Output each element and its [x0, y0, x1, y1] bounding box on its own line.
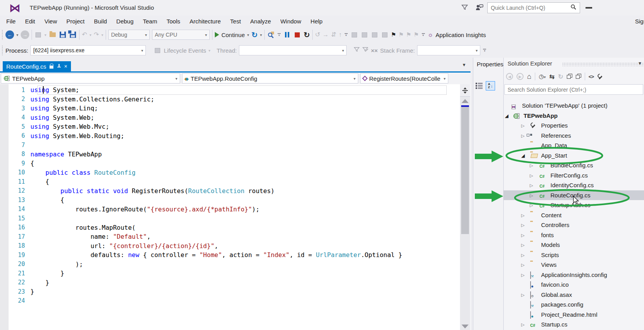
tree-item-app-data[interactable]: App_Data — [504, 140, 644, 151]
expander-collapsed-icon[interactable]: ▷ — [521, 213, 524, 218]
code-editor[interactable]: 1using System;2using System.Collections.… — [0, 84, 471, 330]
collapse-all-icon[interactable] — [567, 74, 572, 79]
process-combo[interactable]: [6224] iisexpress.exe▾ — [30, 45, 146, 55]
tree-item-fonts[interactable]: ▷fonts — [504, 230, 644, 240]
expander-collapsed-icon[interactable]: ▷ — [521, 272, 524, 278]
tree-item-filterconfig-cs[interactable]: ▷C#FilterConfig.cs — [504, 170, 644, 181]
code-line-4[interactable]: 4using System.Web; — [0, 113, 460, 122]
menu-item-build[interactable]: Build — [89, 16, 111, 26]
expander-collapsed-icon[interactable]: ▷ — [521, 252, 524, 258]
thread-combo[interactable]: ▾ — [239, 45, 347, 55]
close-icon[interactable]: × — [64, 63, 67, 69]
code-line-19[interactable]: 19 defaults: new { controller = "Home", … — [0, 250, 460, 260]
watch-window-icon[interactable] — [382, 32, 387, 37]
tree-item-global-asax[interactable]: ▷⚙Global.asax — [504, 290, 644, 300]
code-line-24[interactable]: 24 — [0, 296, 460, 306]
menu-item-tools[interactable]: Tools — [162, 16, 185, 26]
alphabetical-sort-icon[interactable]: AZ↓ — [486, 81, 495, 90]
expander-collapsed-icon[interactable]: ▷ — [530, 183, 533, 188]
tree-item-routeconfig-cs[interactable]: ▷C#RouteConfig.cs — [504, 190, 644, 200]
save-all-icon[interactable] — [70, 32, 76, 38]
code-line-17[interactable]: 17 name: "Default", — [0, 232, 460, 241]
solution-explorer-search-input[interactable]: Search Solution Explorer (Ctrl+;) — [504, 84, 643, 95]
code-line-3[interactable]: 3using System.Linq; — [0, 104, 460, 113]
code-line-22[interactable]: 22 } — [0, 278, 460, 287]
expander-collapsed-icon[interactable]: ▷ — [521, 292, 524, 298]
refresh-dropdown-icon[interactable]: ▾ — [260, 33, 262, 37]
lifecycle-events-icon[interactable] — [155, 48, 160, 53]
stack-frame-combo[interactable]: ▾ — [417, 45, 480, 55]
sync-with-active-document-icon[interactable]: ⇆ — [549, 73, 554, 80]
code-line-1[interactable]: 1using System; — [0, 85, 460, 95]
next-bookmark-icon[interactable]: ⚑ — [406, 31, 411, 38]
code-line-5[interactable]: 5using System.Web.Mvc; — [0, 122, 460, 131]
code-line-21[interactable]: 21 } — [0, 269, 460, 278]
tree-item-bundleconfig-cs[interactable]: ▷C#BundleConfig.cs — [504, 160, 644, 170]
bookmark-overflow-icon[interactable]: ▾ — [421, 33, 425, 37]
open-file-icon[interactable] — [50, 32, 56, 37]
tree-item-applicationinsights-config[interactable]: ▷⚒ApplicationInsights.config — [504, 270, 644, 280]
menu-item-architecture[interactable]: Architecture — [185, 16, 225, 26]
toggle-bookmark-icon[interactable]: ⚑ — [391, 31, 396, 38]
menu-item-window[interactable]: Window — [276, 16, 306, 26]
menu-item-debug[interactable]: Debug — [111, 16, 138, 26]
pin-icon[interactable] — [57, 64, 61, 69]
undo-icon[interactable]: ↶ — [82, 32, 87, 38]
navigate-backward-button[interactable]: ← — [5, 30, 14, 39]
expander-collapsed-icon[interactable]: ▷ — [521, 322, 524, 327]
redo-icon[interactable]: ↷ — [94, 32, 99, 38]
find-in-files-icon[interactable] — [267, 30, 275, 39]
tree-item-models[interactable]: ▷Models — [504, 240, 644, 250]
code-line-12[interactable]: 12 public static void RegisterRoutes(Rou… — [0, 186, 460, 196]
code-line-11[interactable]: 11 { — [0, 177, 460, 186]
menu-item-test[interactable]: Test — [225, 16, 246, 26]
tree-item-references[interactable]: ▷References — [504, 131, 644, 141]
properties-icon[interactable] — [597, 74, 603, 80]
toolbar-overflow-icon[interactable]: ▾ — [277, 33, 281, 37]
tree-item-identityconfig-cs[interactable]: ▷C#IdentityConfig.cs — [504, 180, 644, 190]
tree-item-properties[interactable]: ▷Properties — [504, 121, 644, 131]
expander-collapsed-icon[interactable]: ▷ — [521, 133, 524, 138]
feedback-filter-icon[interactable] — [461, 4, 468, 12]
menu-item-team[interactable]: Team — [138, 16, 162, 26]
expander-expanded-icon[interactable]: ◢ — [505, 113, 508, 119]
clear-bookmarks-icon[interactable]: ⚑ — [414, 31, 419, 38]
flag-threads-icon[interactable] — [354, 46, 360, 54]
solution-configurations-combo[interactable]: Debug▾ — [108, 30, 150, 40]
tree-item-views[interactable]: ▷Views — [504, 260, 644, 270]
tab-routeconfig[interactable]: RouteConfig.cs × — [3, 61, 71, 71]
code-line-23[interactable]: 23} — [0, 287, 460, 296]
expander-collapsed-icon[interactable]: ▷ — [521, 242, 524, 248]
active-files-dropdown-icon[interactable]: ▼ — [462, 62, 466, 67]
step-into-icon[interactable]: → — [322, 32, 329, 38]
type-dropdown[interactable]: TEPwebApp.RouteConfig ▾ — [182, 73, 358, 83]
editor-scrollbar[interactable] — [460, 84, 470, 330]
tree-item-content[interactable]: ▷Content — [504, 210, 644, 220]
project-dropdown[interactable]: TEPwebApp ▾ — [1, 73, 180, 83]
back-icon[interactable]: ◀ — [506, 73, 513, 80]
tree-item-solution-tepwebapp-1-project[interactable]: ⋈Solution 'TEPwebApp' (1 project) — [504, 101, 644, 111]
code-line-10[interactable]: 10 public class RouteConfig — [0, 168, 460, 177]
code-line-20[interactable]: 20 ); — [0, 260, 460, 269]
continue-button[interactable]: Continue ▾ — [215, 30, 249, 39]
application-insights-icon[interactable]: ☼ — [428, 31, 433, 38]
categorized-view-icon[interactable] — [476, 83, 483, 89]
code-line-7[interactable]: 7 — [0, 140, 460, 150]
expander-collapsed-icon[interactable]: ▷ — [530, 193, 533, 198]
code-line-16[interactable]: 16 routes.MapRoute( — [0, 223, 460, 232]
menu-item-help[interactable]: Help — [306, 16, 327, 26]
expander-expanded-icon[interactable]: ◢ — [521, 153, 525, 158]
toolbar-grip[interactable] — [2, 45, 3, 55]
code-line-15[interactable]: 15 — [0, 214, 460, 223]
panel-drag-texture[interactable] — [562, 62, 644, 66]
immediate-window-icon[interactable] — [372, 32, 377, 37]
navigate-backward-dropdown-icon[interactable]: ▾ — [16, 33, 18, 37]
expander-collapsed-icon[interactable]: ▷ — [521, 232, 524, 238]
solution-platforms-combo[interactable]: Any CPU▾ — [152, 30, 210, 40]
previous-bookmark-icon[interactable]: ⚑ — [398, 31, 403, 38]
menu-item-project[interactable]: Project — [62, 16, 89, 26]
forward-icon[interactable]: ▶ — [517, 73, 524, 80]
view-code-icon[interactable]: <> — [589, 74, 594, 80]
tree-item-project-readme-html[interactable]: Project_Readme.html — [504, 310, 644, 320]
code-line-14[interactable]: 14 routes.IgnoreRoute("{resource}.axd/{*… — [0, 205, 460, 214]
